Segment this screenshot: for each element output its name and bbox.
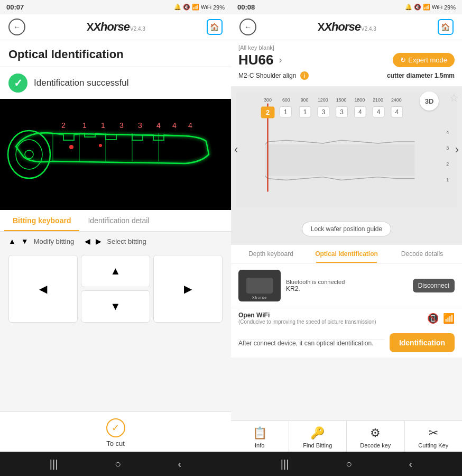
wifi-info: Open WiFi (Conducive to improving the sp… — [238, 312, 376, 325]
right-back-button[interactable]: ← — [239, 19, 256, 35]
tab-optical-identification[interactable]: Optical Identification — [309, 245, 384, 263]
tab-identification-detail[interactable]: Identification detail — [79, 210, 158, 231]
align-info: M2-C Shoulder align i — [238, 71, 309, 80]
diagram-3d-button[interactable]: 3D — [420, 91, 439, 111]
to-cut-label: To cut — [106, 440, 125, 447]
left-home-icon[interactable]: 🏠 — [207, 19, 223, 35]
svg-rect-0 — [0, 99, 231, 210]
svg-text:2400: 2400 — [391, 97, 402, 103]
left-header: ← XXhorse V2.4.3 🏠 — [0, 14, 231, 40]
right-mute-icon: 🔇 — [414, 4, 421, 11]
key-image-area: 2 1 1 3 3 4 4 4 — [0, 99, 231, 210]
left-arrow-button[interactable]: ◀ — [8, 255, 78, 323]
svg-text:3: 3 — [322, 108, 326, 116]
wifi-row: Open WiFi (Conducive to improving the sp… — [231, 308, 462, 328]
left-logo-text: XXhorse — [87, 20, 130, 34]
right-nav-menu-icon[interactable]: ||| — [281, 458, 289, 470]
left-status-bar: 00:07 🔔 🔇 📶 WiFi 29% — [0, 0, 231, 14]
device-section: Xhorse Bluetooth is connected KR2. Disco… — [231, 263, 462, 308]
nav-back-icon[interactable]: ‹ — [178, 458, 182, 470]
up-arrow-button[interactable]: ▲ — [81, 255, 150, 287]
key-chevron-icon[interactable]: › — [279, 54, 282, 66]
svg-text:1: 1 — [82, 121, 87, 130]
btab-decode-key[interactable]: ⚙ Decode key — [347, 421, 405, 452]
tab-decode-details[interactable]: Decode details — [384, 245, 460, 263]
right-status-bar: 00:08 🔔 🔇 📶 WiFi 29% — [231, 0, 462, 14]
right-nav-home-circle-icon[interactable]: ○ — [346, 458, 352, 470]
right-time: 00:08 — [237, 3, 255, 11]
right-logo: XXhorse V2.4.3 — [318, 20, 376, 34]
bt-connected-label: Bluetooth is connected — [286, 279, 408, 285]
find-bitting-tab-icon: 🔑 — [310, 426, 325, 440]
diagram-prev-arrow[interactable]: ‹ — [234, 143, 238, 157]
right-wifi-icon: WiFi — [432, 4, 442, 10]
btab-cutting-key[interactable]: ✂ Cutting Key — [405, 421, 463, 452]
identification-note: After connect device, it can optical ide… — [238, 339, 384, 347]
key-diagram: 300 600 900 1200 1500 1800 2100 2400 4 3… — [231, 86, 462, 213]
star-favorite-icon[interactable]: ☆ — [449, 91, 459, 104]
wifi-on-icon[interactable]: 📶 — [443, 313, 455, 324]
wifi-sub-label: (Conducive to improving the speed of pic… — [238, 319, 376, 325]
right-alarm-icon: 🔔 — [405, 4, 412, 11]
right-home-icon[interactable]: 🏠 — [438, 19, 454, 35]
nav-home-circle-icon[interactable]: ○ — [115, 458, 121, 470]
tab-bitting-keyboard[interactable]: Bitting keyboard — [4, 210, 79, 231]
right-nav-back-icon[interactable]: ‹ — [409, 458, 413, 470]
svg-text:4: 4 — [188, 121, 192, 130]
left-nav-bar: ||| ○ ‹ — [0, 452, 231, 476]
left-time: 00:07 — [6, 3, 24, 11]
key-info-section: [All key blank] HU66 › ↻ Expert mode M2-… — [231, 40, 462, 86]
svg-point-4 — [69, 145, 73, 149]
down-arrow-control: ▼ — [21, 237, 29, 245]
expert-mode-button[interactable]: ↻ Expert mode — [393, 53, 455, 67]
refresh-icon: ↻ — [400, 56, 406, 64]
right-battery-icon: 29% — [444, 4, 456, 11]
mute-icon: 🔇 — [183, 4, 190, 11]
right-panel: 00:08 🔔 🔇 📶 WiFi 29% ← XXhorse V2.4.3 🏠 … — [231, 0, 462, 476]
bitting-controls: ▲ ▼ Modify bitting ◀ ▶ Select bitting — [0, 232, 231, 251]
svg-text:1: 1 — [284, 108, 288, 116]
find-bitting-tab-label: Find Bitting — [303, 442, 332, 448]
nav-menu-icon[interactable]: ||| — [50, 458, 58, 470]
svg-text:3: 3 — [446, 145, 449, 151]
identification-button[interactable]: Identification — [390, 333, 455, 352]
disconnect-button[interactable]: Disconnect — [413, 279, 455, 292]
success-text: Identification successful — [34, 78, 129, 88]
modify-bitting-label: Modify bitting — [34, 237, 75, 245]
left-logo-version: V2.4.3 — [130, 26, 145, 32]
tab-depth-keyboard[interactable]: Depth keyboard — [233, 245, 309, 263]
svg-text:1500: 1500 — [336, 97, 347, 103]
wifi-icons: 📵 📶 — [427, 313, 455, 324]
svg-text:2100: 2100 — [373, 97, 383, 103]
decode-key-tab-icon: ⚙ — [370, 426, 381, 440]
right-logo-version: V2.4.3 — [361, 26, 376, 32]
right-signal-icon: 📶 — [423, 4, 430, 11]
right-bottom-tabs: 📋 Info 🔑 Find Bitting ⚙ Decode key ✂ Cut… — [231, 420, 462, 452]
diagram-next-arrow[interactable]: › — [455, 143, 459, 157]
wifi-off-icon[interactable]: 📵 — [427, 313, 439, 324]
right-nav-bar: ||| ○ ‹ — [231, 452, 462, 476]
right-tabs-bar: Depth keyboard Optical Identification De… — [231, 245, 462, 263]
down-arrow-button[interactable]: ▼ — [81, 290, 150, 323]
svg-text:1: 1 — [101, 121, 105, 130]
svg-text:1: 1 — [303, 108, 307, 116]
right-logo-text: XXhorse — [318, 20, 361, 34]
battery-icon: 29% — [213, 4, 225, 11]
btab-find-bitting[interactable]: 🔑 Find Bitting — [289, 421, 347, 452]
align-row: M2-C Shoulder align i cutter diameter 1.… — [238, 71, 455, 80]
svg-text:900: 900 — [301, 97, 309, 103]
svg-text:600: 600 — [282, 97, 290, 103]
left-tabs-bar: Bitting keyboard Identification detail — [0, 210, 231, 232]
left-back-button[interactable]: ← — [8, 19, 25, 35]
btab-info[interactable]: 📋 Info — [231, 421, 289, 452]
lock-guide-button[interactable]: Lock wafer position guide — [302, 222, 391, 236]
right-arrow-button[interactable]: ▶ — [153, 255, 223, 323]
bitting-grid: ◀ ▲ ▶ ▼ — [0, 251, 231, 331]
alarm-icon: 🔔 — [174, 4, 181, 11]
svg-text:300: 300 — [264, 97, 272, 103]
device-inner-box — [246, 278, 273, 294]
info-badge: i — [300, 71, 309, 80]
svg-text:4: 4 — [156, 121, 161, 130]
svg-text:4: 4 — [377, 108, 381, 116]
key-code-row: HU66 › ↻ Expert mode — [238, 52, 455, 68]
